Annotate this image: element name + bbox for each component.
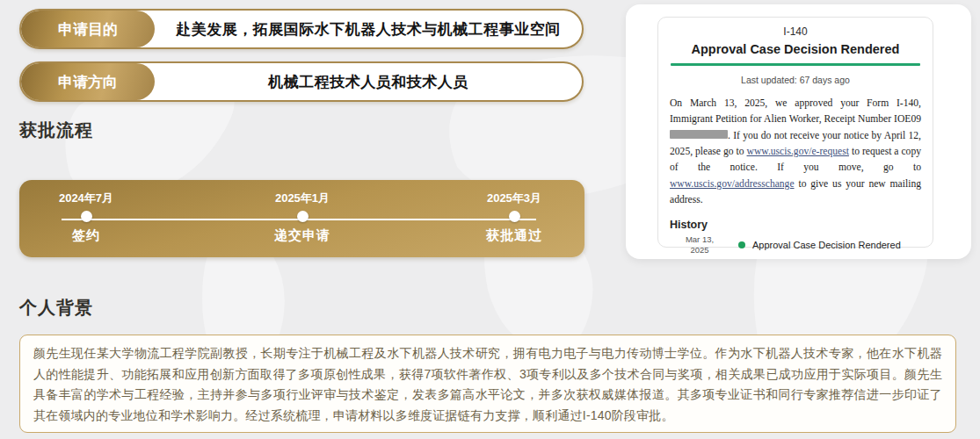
- background-box: 颜先生现任某大学物流工程学院副教授，长期专注于机械工程及水下机器人技术研究，拥有…: [19, 335, 956, 433]
- application-purpose-row: 申请目的 赴美发展，拓展国际水下机器人技术与机械工程事业空间: [19, 9, 584, 49]
- timeline-dot-icon: [81, 211, 92, 222]
- approval-timeline: 2024年7月 签约 2025年1月 递交申请 2025年3月 获批通过: [19, 180, 584, 257]
- history-date-year: 2025: [677, 245, 722, 255]
- milestone-label: 递交申请: [236, 227, 368, 244]
- application-direction-value: 机械工程技术人员和技术人员: [155, 63, 582, 100]
- notice-text: On March 13, 2025, we approved your Form…: [670, 96, 921, 208]
- notice-text-segment: On March 13, 2025, we approved your Form…: [670, 97, 921, 125]
- timeline-milestone-signing: 2024年7月 签约: [20, 191, 152, 244]
- milestone-date: 2024年7月: [20, 191, 152, 206]
- history-section: History Mar 13, 2025 Approval Case Decis…: [670, 219, 921, 255]
- timeline-dot-icon: [509, 211, 520, 222]
- application-purpose-label: 申请目的: [21, 11, 155, 47]
- case-status-title: Approval Case Decision Rendered: [670, 42, 921, 56]
- history-heading: History: [670, 219, 921, 231]
- background-heading: 个人背景: [19, 296, 93, 320]
- timeline-milestone-approval: 2025年3月 获批通过: [448, 191, 580, 244]
- milestone-label: 签约: [20, 227, 152, 244]
- history-date-month-day: Mar 13,: [677, 234, 722, 245]
- application-purpose-value: 赴美发展，拓展国际水下机器人技术与机械工程事业空间: [155, 11, 582, 47]
- history-date: Mar 13, 2025: [677, 234, 722, 255]
- milestone-label: 获批通过: [448, 227, 580, 244]
- application-direction-row: 申请方向 机械工程技术人员和技术人员: [19, 61, 584, 102]
- case-status-screenshot: I-140 Approval Case Decision Rendered La…: [657, 17, 933, 248]
- background-paragraph: 颜先生现任某大学物流工程学院副教授，长期专注于机械工程及水下机器人技术研究，拥有…: [33, 343, 942, 426]
- timeline-dot-icon: [297, 211, 309, 222]
- last-updated-text: Last updated: 67 days ago: [670, 75, 921, 85]
- history-entry: Mar 13, 2025 Approval Case Decision Rend…: [670, 234, 921, 255]
- timeline-milestone-filing: 2025年1月 递交申请: [236, 191, 368, 244]
- uscis-case-card: I-140 Approval Case Decision Rendered La…: [626, 4, 971, 259]
- page: 申请目的 赴美发展，拓展国际水下机器人技术与机械工程事业空间 申请方向 机械工程…: [0, 0, 980, 439]
- milestone-date: 2025年3月: [448, 191, 580, 206]
- status-dot-icon: [738, 241, 745, 248]
- uscis-link[interactable]: www.uscis.gov/addresschange: [670, 178, 795, 190]
- milestone-date: 2025年1月: [236, 191, 368, 206]
- green-divider: [671, 63, 920, 66]
- redacted-receipt-number: [670, 130, 728, 139]
- form-number: I-140: [670, 25, 921, 38]
- process-heading: 获批流程: [19, 119, 93, 142]
- history-event-text: Approval Case Decision Rendered: [752, 240, 901, 250]
- uscis-link[interactable]: www.uscis.gov/e-request: [747, 146, 849, 157]
- application-direction-label: 申请方向: [21, 63, 155, 100]
